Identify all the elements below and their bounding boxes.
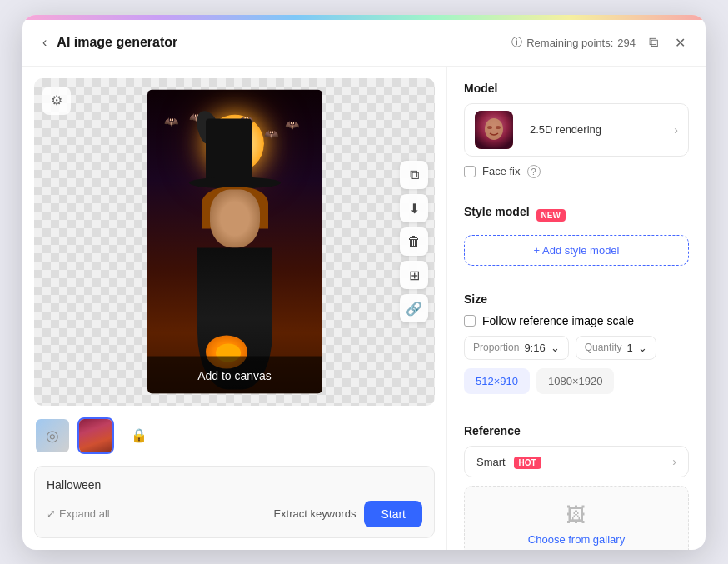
grid-icon: ⊞ [409, 267, 420, 283]
download-icon: ⬇ [409, 201, 420, 217]
remaining-points-label: Remaining points: [526, 37, 613, 49]
reference-selector[interactable]: Smart HOT › [464, 446, 689, 477]
size-label: Size [464, 292, 689, 306]
thumb-gradient-preview: ◎ [36, 419, 69, 452]
model-face-svg [475, 111, 513, 149]
remaining-points-value: 294 [617, 37, 636, 49]
header-right: ⓘ Remaining points: 294 ⧉ ✕ [511, 32, 689, 54]
prompt-area: Halloween ⤢ Expand all Extract keywords … [34, 466, 435, 538]
add-style-button[interactable]: + Add style model [464, 235, 689, 266]
proportion-chevron-icon: ⌄ [551, 342, 560, 354]
close-icon: ✕ [675, 36, 686, 50]
size-section: Size Follow reference image scale Propor… [464, 292, 689, 397]
model-name: 2.5D rendering [530, 123, 601, 136]
main-content: 🦇 🦇 🦇 🦇 🦇 🦇 [22, 67, 706, 550]
generated-image: 🦇 🦇 🦇 🦇 🦇 🦇 [147, 90, 322, 394]
model-preview [475, 111, 513, 149]
lock-icon: 🔒 [131, 427, 147, 443]
style-model-section: Style model NEW + Add style model [464, 205, 689, 266]
bat-6: 🦇 [285, 118, 299, 132]
download-tool-button[interactable]: ⬇ [400, 194, 428, 222]
model-chevron-icon: › [674, 123, 678, 137]
face-fix-checkbox[interactable] [464, 166, 476, 177]
face-fix-help-icon[interactable]: ? [527, 165, 541, 178]
svg-point-1 [485, 118, 503, 140]
page-title: AI image generator [57, 35, 177, 50]
add-to-canvas-label: Add to canvas [197, 368, 272, 382]
delete-tool-button[interactable]: 🗑 [400, 227, 428, 256]
grid-tool-button[interactable]: ⊞ [400, 261, 428, 289]
thumb-witch-preview [79, 419, 112, 452]
reference-section: Reference Smart HOT › 🖼 Choose from gall… [464, 424, 689, 550]
prompt-actions: ⤢ Expand all Extract keywords Start [47, 501, 422, 527]
header-left: ‹ AI image generator [39, 33, 511, 52]
gallery-upload-area: 🖼 Choose from gallary or Upload local im… [464, 486, 689, 550]
remaining-points: ⓘ Remaining points: 294 [511, 35, 636, 50]
svg-point-3 [496, 126, 501, 129]
new-badge: NEW [536, 209, 566, 222]
side-toolbar: ⧉ ⬇ 🗑 ⊞ 🔗 [400, 161, 428, 322]
model-face-art [475, 111, 513, 149]
thumbnail-lock: 🔒 [121, 417, 157, 454]
size-option-512[interactable]: 512×910 [464, 368, 530, 394]
expand-all-label: Expand all [59, 507, 110, 520]
quantity-select[interactable]: Quantity 1 ⌄ [576, 336, 656, 360]
quantity-chevron-icon: ⌄ [638, 342, 647, 354]
model-label: Model [464, 82, 689, 95]
face-fix-row: Face fix ? [464, 165, 689, 178]
expand-all-button[interactable]: ⤢ Expand all [47, 507, 110, 520]
link-tool-button[interactable]: 🔗 [400, 294, 428, 322]
extract-keywords-button[interactable]: Extract keywords [273, 507, 356, 520]
info-icon: ⓘ [511, 35, 522, 50]
follow-scale-checkbox[interactable] [464, 315, 476, 327]
gallery-icon: 🖼 [566, 503, 586, 527]
reference-chevron-icon: › [672, 455, 676, 468]
quantity-label: Quantity [585, 342, 622, 353]
export-button[interactable]: ⧉ [646, 32, 661, 53]
proportion-label: Proportion [473, 342, 519, 353]
bat-1: 🦇 [164, 115, 178, 128]
thumbnail-witch[interactable] [77, 417, 114, 454]
smart-label: Smart [476, 456, 506, 468]
hat-top [206, 119, 252, 186]
size-options: 512×910 1080×1920 [464, 368, 689, 394]
left-panel: 🦇 🦇 🦇 🦇 🦇 🦇 [22, 67, 447, 550]
right-panel: Model [447, 67, 706, 550]
style-model-label: Style model [464, 205, 530, 218]
style-model-header: Style model NEW [464, 205, 689, 227]
thumbnail-gradient[interactable]: ◎ [34, 417, 71, 454]
model-section: Model [464, 82, 689, 178]
thumb-gradient-icon: ◎ [46, 427, 59, 445]
prompt-text: Halloween [47, 477, 422, 494]
app-window: ‹ AI image generator ⓘ Remaining points:… [22, 15, 706, 550]
canvas-settings: ⚙ [42, 87, 71, 115]
witch-art: 🦇 🦇 🦇 🦇 🦇 🦇 [147, 90, 322, 394]
delete-icon: 🗑 [407, 234, 421, 249]
copy-tool-button[interactable]: ⧉ [400, 161, 428, 189]
canvas-settings-button[interactable]: ⚙ [42, 87, 71, 115]
smart-row: Smart HOT [476, 455, 541, 468]
model-selector[interactable]: 2.5D rendering › [464, 103, 689, 157]
thumbnails-row: ◎ 🔒 [34, 414, 435, 457]
close-button[interactable]: ✕ [671, 32, 689, 54]
copy-icon: ⧉ [410, 167, 419, 182]
proportion-select[interactable]: Proportion 9:16 ⌄ [464, 336, 569, 360]
expand-icon: ⤢ [47, 507, 56, 520]
export-icon: ⧉ [649, 35, 658, 49]
back-button[interactable]: ‹ [39, 33, 50, 52]
follow-scale-row: Follow reference image scale [464, 314, 689, 327]
svg-point-2 [487, 126, 492, 129]
follow-scale-label: Follow reference image scale [482, 314, 634, 327]
or-label: or [572, 549, 581, 550]
proportion-value: 9:16 [524, 342, 545, 354]
settings-icon: ⚙ [51, 92, 62, 108]
gallery-link[interactable]: Choose from gallary [528, 533, 625, 546]
face-fix-label: Face fix [482, 165, 521, 177]
add-to-canvas-overlay[interactable]: Add to canvas [147, 357, 322, 394]
reference-label: Reference [464, 424, 689, 437]
start-button[interactable]: Start [364, 501, 422, 527]
canvas-area: 🦇 🦇 🦇 🦇 🦇 🦇 [34, 78, 435, 406]
size-option-1080[interactable]: 1080×1920 [536, 368, 614, 394]
link-icon: 🔗 [406, 301, 422, 317]
quantity-value: 1 [626, 342, 632, 354]
